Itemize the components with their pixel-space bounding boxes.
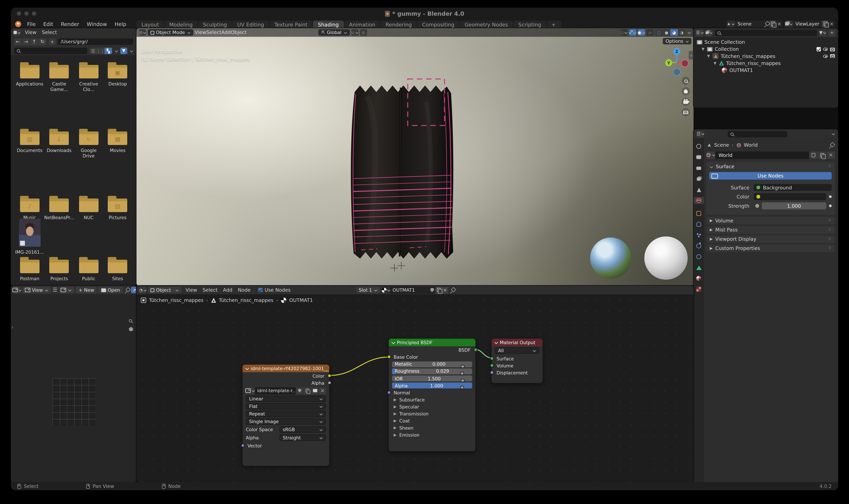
shading-wireframe-icon[interactable]: ◌	[655, 29, 663, 36]
shading-rendered-icon[interactable]: ◑	[678, 29, 686, 36]
image-view-menu[interactable]: View	[22, 287, 51, 293]
new-folder-icon[interactable]: +	[49, 38, 56, 45]
tab-texture[interactable]	[694, 286, 704, 293]
unlink-scene-icon[interactable]: ×	[776, 20, 782, 28]
collapsed-panel[interactable]: ▶ Custom Properties ⠿	[706, 245, 835, 252]
input-socket-icon[interactable]	[461, 364, 464, 367]
tab-render[interactable]	[694, 154, 704, 161]
shader-menu-item[interactable]: Add	[220, 287, 235, 293]
sidebar-collapse-icon[interactable]: ‹	[689, 51, 693, 59]
output-socket-icon[interactable]	[327, 381, 331, 384]
node-principled-bsdf[interactable]: Principled BSDF BSDF Base Color Metallic…	[389, 339, 475, 451]
remove-viewlayer-icon[interactable]: ×	[829, 20, 835, 28]
file-grid-item[interactable]: Postman	[15, 256, 44, 286]
file-grid-item[interactable]: Downloads	[44, 128, 74, 190]
show-gizmo-dropdown-icon[interactable]: ◇	[621, 29, 628, 36]
output-socket-icon[interactable]	[327, 374, 331, 377]
file-grid-item[interactable]: Google Drive	[74, 128, 103, 190]
viewport-3d[interactable]: ⊞ Object Mode ViewSelectAddObject ⇱Globa…	[136, 28, 693, 286]
collapsed-section-row[interactable]: ▶Sheen	[389, 425, 475, 432]
editor-type-viewport-icon[interactable]: ⊞	[139, 29, 146, 36]
tab-view-layer[interactable]	[694, 175, 704, 182]
menu-item[interactable]: Render	[57, 19, 83, 28]
color-space-select[interactable]: sRGB	[279, 426, 326, 433]
zoom-view-icon[interactable]	[682, 77, 690, 85]
input-socket-icon[interactable]	[490, 356, 493, 360]
path-input[interactable]: /Users/grgr/	[58, 38, 133, 45]
viewlayer-icon[interactable]	[785, 20, 793, 28]
properties-options-chevron-icon[interactable]	[832, 132, 835, 135]
file-grid-item[interactable]: NUC	[74, 195, 103, 251]
file-browser-menu-item[interactable]: View	[22, 30, 39, 35]
collapsed-section-row[interactable]: ▶Emission	[389, 432, 475, 439]
scene-name[interactable]: Scene	[735, 21, 763, 26]
shader-breadcrumb-item[interactable]: Tütchen_rissc_mappes ›	[211, 298, 278, 303]
shader-breadcrumb-item[interactable]: Tütchen_rissc_mappes ›	[141, 298, 208, 303]
browse-image-icon[interactable]	[59, 287, 74, 293]
collapsed-panel[interactable]: ▶ Mist Pass ⠿	[706, 226, 835, 234]
menu-item[interactable]: Edit	[39, 19, 57, 28]
file-grid-item[interactable]: Projects	[44, 256, 74, 286]
collapse-node-icon[interactable]	[245, 366, 249, 370]
outliner-row-scene-collection[interactable]: Scene Collection	[694, 39, 838, 46]
browse-material-icon[interactable]	[382, 287, 390, 293]
expand-caret-icon[interactable]: ▼	[707, 54, 710, 58]
tab-world[interactable]	[694, 197, 704, 204]
file-grid-item[interactable]: Desktop	[103, 62, 132, 124]
outliner-row-object[interactable]: ▼ Tütchen_rissc_mappes	[694, 53, 838, 60]
new-image-button[interactable]: + New	[76, 287, 97, 293]
unlink-material-icon[interactable]: ×	[442, 287, 448, 293]
fake-user-shield-icon[interactable]	[810, 151, 817, 159]
camera-view-icon[interactable]	[682, 98, 690, 106]
hide-viewport-icon[interactable]	[823, 48, 828, 51]
expand-caret-icon[interactable]: ▼	[713, 61, 717, 65]
breadcrumb-scene[interactable]: Scene	[714, 142, 729, 148]
animate-color-icon[interactable]	[829, 195, 832, 198]
pin-image-icon[interactable]	[124, 288, 129, 292]
editor-type-outliner-icon[interactable]: ☰	[696, 30, 704, 36]
workspace-tab[interactable]: Texture Paint	[270, 20, 312, 28]
bsdf-output-socket-icon[interactable]	[473, 347, 477, 351]
pin-material-icon[interactable]	[450, 288, 455, 292]
image-editor-body[interactable]: ›	[11, 294, 136, 482]
node-dropdown[interactable]: Flat	[246, 403, 326, 410]
forward-icon[interactable]: →	[22, 38, 30, 45]
minimize-window-icon[interactable]	[24, 11, 29, 16]
unlink-world-icon[interactable]: ×	[827, 151, 835, 159]
file-grid-item[interactable]: NetBeansPr...	[44, 195, 74, 251]
outliner-label[interactable]: Collection	[715, 47, 739, 52]
use-nodes-toggle[interactable]: Use Nodes	[258, 287, 291, 293]
fake-user-shield-icon[interactable]	[429, 287, 435, 293]
shading-chevron-icon[interactable]	[688, 31, 691, 34]
outliner-row-collection[interactable]: ▼ Collection	[694, 46, 838, 53]
transform-orientation-select[interactable]: ⇱Global	[318, 29, 349, 36]
outliner-label[interactable]: Tütchen_rissc_mappes	[726, 60, 781, 66]
workspace-tab[interactable]: Sculpting	[198, 20, 232, 28]
copy-image-icon[interactable]	[304, 387, 311, 394]
editor-type-image-icon[interactable]	[14, 287, 20, 293]
display-detail-icon[interactable]: ⋮⋮	[97, 48, 104, 54]
tab-modifiers[interactable]	[694, 221, 704, 228]
animate-strength-icon[interactable]	[829, 204, 832, 207]
shader-menu-item[interactable]: View	[183, 287, 200, 293]
use-nodes-button[interactable]: Use Nodes	[709, 172, 832, 180]
tab-physics[interactable]	[694, 242, 704, 249]
workspace-tab[interactable]: Animation	[344, 20, 380, 28]
shader-breadcrumb-item[interactable]: OUTMAT1 ›	[281, 298, 313, 303]
input-socket-icon[interactable]	[461, 379, 464, 381]
workspace-tab[interactable]: Rendering	[381, 20, 417, 28]
menu-item[interactable]: File	[23, 19, 39, 28]
sync-view-icon[interactable]: ↗	[131, 287, 136, 293]
overlays-toggle-icon[interactable]: ◉	[638, 29, 645, 36]
disable-render-icon[interactable]	[830, 47, 835, 51]
close-window-icon[interactable]	[17, 11, 21, 16]
outliner-label[interactable]: Tütchen_rissc_mappes	[721, 54, 775, 59]
strength-slider[interactable]: 1.000	[762, 202, 826, 210]
menu-item[interactable]: Window	[83, 19, 111, 28]
scene-selector[interactable]: Scene ×	[727, 20, 782, 28]
breadcrumb-world[interactable]: World	[744, 142, 758, 148]
collapsed-section-row[interactable]: ▶Coat	[389, 418, 475, 425]
menus-collapsed-icon[interactable]: ☰	[53, 287, 57, 293]
disable-render-icon[interactable]	[830, 54, 835, 58]
workspace-tab[interactable]: Shading	[313, 20, 344, 28]
